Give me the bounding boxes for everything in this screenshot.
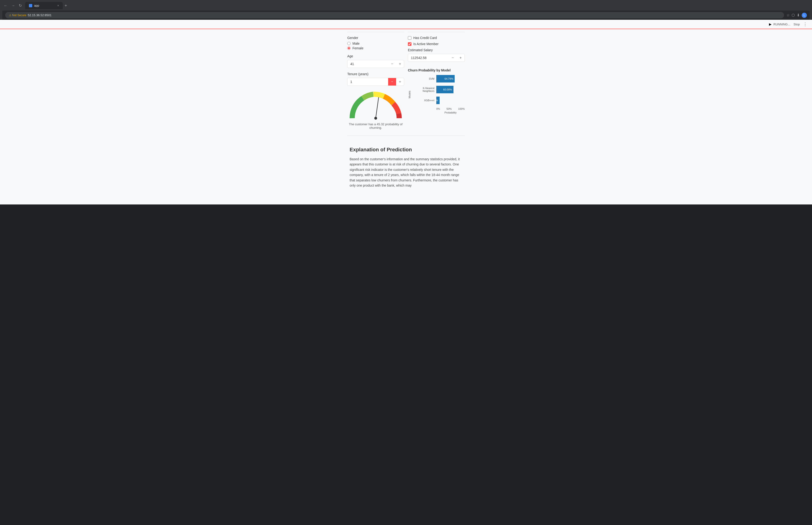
tab-bar: app × + [25, 2, 69, 9]
bar-fill-knn: 60.00% [436, 86, 454, 93]
gender-male-option[interactable]: Male [347, 42, 404, 45]
running-icon: ▶ [769, 22, 771, 26]
is-active-member-label: Is Active Member [413, 42, 439, 46]
menu-dots-icon[interactable]: ⋮ [803, 21, 807, 27]
gauge-text: The customer has a 45.32 probability of … [347, 122, 404, 130]
tenure-decrement-button[interactable]: − [388, 78, 396, 86]
bar-track-xgboost: 11.16% [436, 96, 465, 104]
x-tick-0: 0% [436, 107, 440, 110]
bar-row-knn: K-Nearest Neighbors 60.00% [412, 86, 465, 93]
forward-button[interactable]: → [10, 3, 16, 9]
x-axis-label: Probability [445, 111, 457, 114]
bar-track-knn: 60.00% [436, 86, 465, 93]
gender-section: Gender Male Female [347, 36, 404, 50]
gender-label: Gender [347, 36, 404, 40]
tenure-label: Tenure (years) [347, 72, 404, 76]
form-left: Gender Male Female Age − [347, 29, 404, 132]
bookmark-icon[interactable]: ☆ [786, 13, 790, 17]
address-input-wrap[interactable]: ⚠ Not Secure 52.15.36.52:8501 [5, 12, 784, 18]
salary-label: Estimated Salary [408, 48, 465, 52]
x-tick-100: 100% [458, 107, 465, 110]
page-wrapper: ▶ RUNNING... Stop ⋮ Gender Male Femal [0, 20, 812, 205]
browser-chrome: ← → ↻ app × + ⚠ Not Secure 52.15.36.52:8… [0, 0, 812, 20]
bar-row-svm: SVM 64.79% [412, 75, 465, 82]
stop-button[interactable]: Stop [792, 22, 801, 27]
bar-label-knn: K-Nearest Neighbors [412, 87, 436, 92]
age-input-wrap: − + [347, 60, 404, 68]
profile-icon[interactable]: L [802, 13, 807, 18]
nav-buttons: ← → ↻ [2, 2, 23, 9]
form-right: Has Credit Card Is Active Member Estimat… [408, 29, 465, 132]
cast-icon[interactable]: ⬡ [792, 13, 795, 17]
age-section: Age − + [347, 54, 404, 68]
tenure-section: Tenure (years) − + [347, 72, 404, 86]
explanation-text: Based on the customer's information and … [350, 156, 462, 188]
bar-track-svm: 64.79% [436, 75, 465, 82]
salary-input[interactable] [408, 54, 449, 62]
age-decrement-button[interactable]: − [388, 60, 396, 68]
explanation-title: Explanation of Prediction [350, 147, 462, 153]
bar-fill-svm: 64.79% [436, 75, 455, 82]
bar-label-svm: SVM [412, 77, 436, 80]
gender-female-radio[interactable] [347, 46, 351, 50]
chart-title: Churn Probability by Model [408, 69, 465, 72]
form-charts-area: Gender Male Female Age − [342, 29, 470, 132]
is-active-member-checkbox[interactable] [408, 42, 411, 46]
svg-line-0 [376, 97, 379, 118]
tab-close-button[interactable]: × [57, 4, 59, 7]
salary-section: Estimated Salary − + [408, 48, 465, 62]
age-label: Age [347, 54, 404, 58]
tenure-input[interactable] [348, 78, 388, 86]
bar-chart-section: Churn Probability by Model Models SVM 64… [408, 66, 465, 116]
tab-title: app [34, 4, 39, 7]
not-secure-indicator: ⚠ Not Secure [9, 14, 26, 17]
address-actions: ☆ ⬡ ⬇ L [786, 13, 807, 18]
browser-top-bar: ← → ↻ app × + [2, 2, 810, 9]
has-credit-card-label: Has Credit Card [413, 36, 437, 40]
gauge-section: The customer has a 45.32 probability of … [347, 90, 404, 130]
salary-input-wrap: − + [408, 54, 465, 62]
age-increment-button[interactable]: + [396, 60, 404, 68]
is-active-member-option[interactable]: Is Active Member [408, 42, 465, 46]
bar-row-xgboost: XGBoost 11.16% [412, 96, 465, 104]
has-credit-card-option[interactable]: Has Credit Card [408, 36, 465, 40]
y-axis-label: Models [408, 91, 411, 98]
salary-increment-button[interactable]: + [457, 54, 464, 62]
new-tab-button[interactable]: + [63, 2, 69, 9]
tenure-input-wrap: − + [347, 78, 404, 86]
refresh-button[interactable]: ↻ [17, 2, 23, 9]
explanation-section: Explanation of Prediction Based on the c… [345, 139, 467, 195]
x-tick-50: 50% [446, 107, 451, 110]
back-button[interactable]: ← [2, 3, 9, 9]
salary-decrement-button[interactable]: − [449, 54, 457, 62]
active-tab[interactable]: app × [25, 2, 63, 9]
age-input[interactable] [348, 60, 388, 68]
address-bar: ⚠ Not Secure 52.15.36.52:8501 ☆ ⬡ ⬇ L [2, 11, 810, 20]
gender-male-radio[interactable] [347, 42, 351, 45]
address-text: 52.15.36.52:8501 [28, 13, 51, 17]
gender-female-label: Female [352, 46, 364, 50]
svg-point-1 [374, 117, 377, 120]
bar-fill-xgboost: 11.16% [436, 96, 440, 104]
download-icon[interactable]: ⬇ [797, 13, 800, 17]
tab-favicon [29, 4, 32, 7]
gender-female-option[interactable]: Female [347, 46, 404, 50]
gender-radio-group: Male Female [347, 42, 404, 50]
gauge-chart [348, 90, 404, 121]
top-indicator-bar: ▶ RUNNING... Stop ⋮ [0, 20, 812, 29]
running-text: RUNNING... [773, 22, 791, 26]
has-credit-card-checkbox[interactable] [408, 36, 411, 40]
gender-male-label: Male [352, 42, 359, 45]
tenure-increment-button[interactable]: + [396, 78, 404, 86]
